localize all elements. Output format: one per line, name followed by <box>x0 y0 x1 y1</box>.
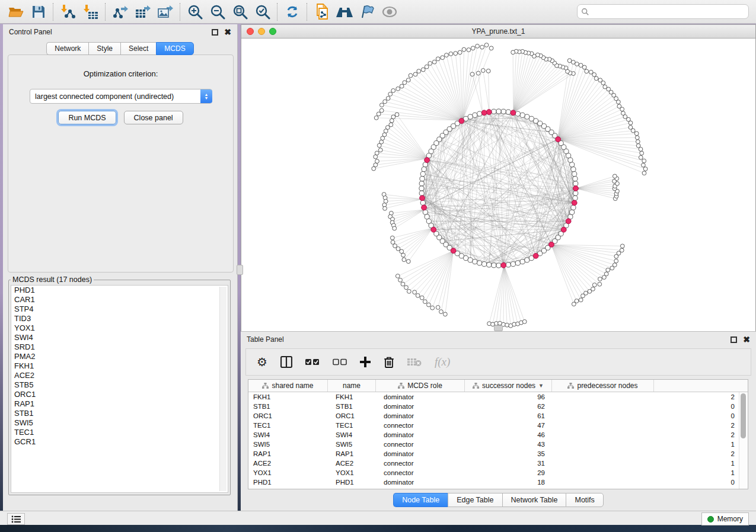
import-table-icon[interactable] <box>79 2 102 21</box>
tab-network[interactable]: Network <box>46 42 88 55</box>
tab-edge-table[interactable]: Edge Table <box>448 493 502 507</box>
add-column-icon[interactable] <box>360 357 371 367</box>
mcds-result-item[interactable]: STB5 <box>11 380 228 390</box>
table-row[interactable]: STB1STB1dominator620 <box>248 402 748 411</box>
table-cell: RAP1 <box>248 450 328 457</box>
tab-motifs[interactable]: Motifs <box>566 493 603 507</box>
search-field[interactable] <box>577 4 749 19</box>
tab-network-table[interactable]: Network Table <box>502 493 566 507</box>
table-row[interactable]: YOX1YOX1connector291 <box>248 468 748 477</box>
column-header-shared-name[interactable]: shared name <box>248 380 328 392</box>
float-panel-icon[interactable] <box>212 29 218 36</box>
vertical-splitter-handle[interactable] <box>237 265 243 275</box>
close-table-panel-icon[interactable]: ✖ <box>743 336 750 343</box>
mcds-result-list[interactable]: PHD1CAR1STP4TID3YOX1SWI4SRD1PMA2FKH1ACE2… <box>11 285 228 493</box>
zoom-out-icon[interactable] <box>206 2 229 21</box>
main-toolbar <box>0 0 756 24</box>
table-cell: YOX1 <box>248 469 328 476</box>
tab-mcds[interactable]: MCDS <box>156 42 193 55</box>
node-table: shared namenameMCDS rolesuccessor nodes▼… <box>248 379 748 489</box>
table-scrollbar[interactable] <box>739 392 747 489</box>
open-file-icon[interactable] <box>5 2 27 21</box>
network-canvas[interactable] <box>241 39 755 331</box>
mcds-result-item[interactable]: STB1 <box>11 409 228 418</box>
optimization-criterion-select[interactable]: largest connected component (undirected)… <box>30 89 212 104</box>
column-header-MCDS-role[interactable]: MCDS role <box>376 380 465 392</box>
refresh-glyph <box>285 4 300 20</box>
show-hide-icon[interactable] <box>378 2 401 21</box>
table-tabs: Node Table Edge Table Network Table Moti… <box>241 493 756 507</box>
import-table-glyph <box>83 4 98 20</box>
table-scrollbar-thumb[interactable] <box>741 393 746 438</box>
horizontal-splitter-handle[interactable] <box>494 325 503 331</box>
refresh-layout-icon[interactable] <box>281 2 304 21</box>
mcds-result-item[interactable]: SWI5 <box>11 418 228 428</box>
network-fan-nodes[interactable] <box>372 43 647 328</box>
mcds-result-item[interactable]: SRD1 <box>11 342 228 352</box>
tab-node-table[interactable]: Node Table <box>393 493 448 507</box>
mcds-result-item[interactable]: ACE2 <box>11 371 228 380</box>
table-row[interactable]: ORC1ORC1dominator610 <box>248 411 748 421</box>
export-network-icon[interactable] <box>109 2 132 21</box>
export-table-icon[interactable] <box>132 2 154 21</box>
status-list-button[interactable] <box>7 513 25 525</box>
memory-button[interactable]: Memory <box>701 512 749 525</box>
table-panel: Table Panel ✖ ⚙ f(x) shared namenameMCDS… <box>241 331 756 511</box>
deselect-all-icon[interactable] <box>333 358 347 366</box>
table-row[interactable]: PHD1PHD1dominator180 <box>248 477 748 487</box>
table-row[interactable]: FKH1FKH1dominator962 <box>248 392 748 402</box>
zoom-selected-icon[interactable] <box>251 2 274 21</box>
export-image-icon[interactable] <box>154 2 177 21</box>
mcds-result-item[interactable]: FKH1 <box>11 361 228 371</box>
mcds-result-item[interactable]: STP4 <box>11 305 228 314</box>
table-row[interactable]: RAP1RAP1dominator352 <box>248 449 748 459</box>
mcds-result-item[interactable]: YOX1 <box>11 323 228 333</box>
tab-style[interactable]: Style <box>88 42 120 55</box>
mcds-result-item[interactable]: CAR1 <box>11 295 228 305</box>
control-panel-title: Control Panel <box>9 28 212 36</box>
mcds-result-item[interactable]: RAP1 <box>11 399 228 409</box>
toggle-graphics-details-icon[interactable] <box>356 2 378 21</box>
sort-descending-icon: ▼ <box>538 383 544 389</box>
toolbar-separator <box>180 3 181 21</box>
mcds-list-scrollbar[interactable] <box>219 287 227 491</box>
delete-table-icon[interactable] <box>407 357 422 367</box>
mcds-result-item[interactable]: TID3 <box>11 314 228 323</box>
table-panel-titlebar: Table Panel ✖ <box>241 332 756 347</box>
column-header-predecessor-nodes[interactable]: predecessor nodes <box>552 380 654 392</box>
save-session-icon[interactable] <box>27 2 50 21</box>
show-column-icon[interactable] <box>280 356 292 368</box>
table-header: shared namenameMCDS rolesuccessor nodes▼… <box>248 380 748 392</box>
table-row[interactable]: SWI5SWI5connector431 <box>248 440 748 449</box>
mcds-result-item[interactable]: TEC1 <box>11 428 228 437</box>
zoom-fit-icon[interactable] <box>229 2 251 21</box>
function-builder-icon[interactable]: f(x) <box>435 355 450 368</box>
run-mcds-button[interactable]: Run MCDS <box>58 111 116 124</box>
mcds-result-item[interactable]: SWI4 <box>11 333 228 342</box>
column-header-name[interactable]: name <box>328 380 376 392</box>
table-settings-icon[interactable]: ⚙ <box>257 356 267 368</box>
delete-column-icon[interactable] <box>384 356 394 368</box>
search-input[interactable] <box>589 7 745 17</box>
first-neighbors-icon[interactable] <box>333 2 356 21</box>
mcds-result-item[interactable]: PHD1 <box>11 286 228 295</box>
select-all-icon[interactable] <box>305 358 320 366</box>
mcds-result-item[interactable]: GCR1 <box>11 437 228 447</box>
table-row[interactable]: SWI4SWI4dominator462 <box>248 430 748 440</box>
zoom-in-icon[interactable] <box>184 2 206 21</box>
column-header-successor-nodes[interactable]: successor nodes▼ <box>465 380 552 392</box>
import-network-icon[interactable] <box>57 2 79 21</box>
new-network-from-selection-icon[interactable] <box>311 2 333 21</box>
table-row[interactable]: TEC1TEC1connector472 <box>248 421 748 430</box>
mcds-result-item[interactable]: PMA2 <box>11 352 228 361</box>
details-flag-glyph <box>359 5 375 19</box>
column-header-filler <box>654 380 748 392</box>
table-cell: 2 <box>552 450 748 457</box>
float-table-panel-icon[interactable] <box>731 336 737 343</box>
network-window-titlebar[interactable]: YPA_prune.txt_1 <box>241 25 755 39</box>
table-row[interactable]: ACE2ACE2connector311 <box>248 459 748 468</box>
mcds-result-item[interactable]: ORC1 <box>11 390 228 399</box>
close-panel-icon[interactable]: ✖ <box>224 29 231 36</box>
tab-select[interactable]: Select <box>120 42 156 55</box>
close-panel-button[interactable]: Close panel <box>124 111 183 124</box>
